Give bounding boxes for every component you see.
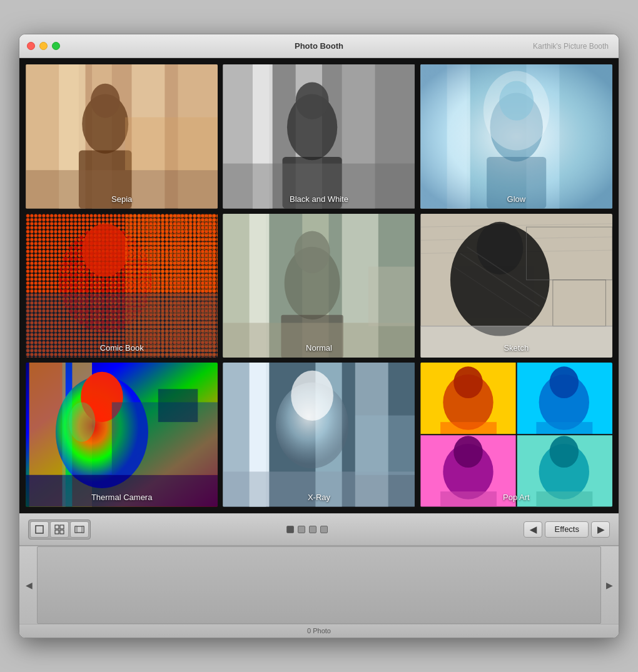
filmstrip-next-button[interactable]: ▶ <box>602 546 616 624</box>
svg-point-7 <box>91 84 120 118</box>
page-dot-3[interactable] <box>309 526 316 533</box>
svg-rect-59 <box>420 326 612 358</box>
toolbar: ◀ Effects ▶ <box>19 513 619 546</box>
titlebar: Photo Booth Karthik's Picture Booth <box>19 34 619 58</box>
svg-rect-98 <box>36 526 43 533</box>
svg-rect-102 <box>60 530 64 534</box>
svg-point-35 <box>82 224 128 277</box>
xray-label: X-Ray <box>223 493 415 502</box>
effect-bw[interactable]: Black and White <box>223 64 415 208</box>
effect-comic[interactable]: Comic Book <box>26 214 218 358</box>
svg-rect-69 <box>63 363 73 506</box>
comic-label: Comic Book <box>26 343 218 353</box>
svg-rect-104 <box>75 526 77 533</box>
svg-rect-66 <box>26 475 218 507</box>
page-dot-2[interactable] <box>298 526 305 533</box>
minimize-button[interactable] <box>39 42 48 50</box>
effect-glow[interactable]: Glow <box>420 64 612 209</box>
svg-rect-87 <box>536 422 592 434</box>
effect-sketch[interactable]: Sketch <box>420 214 612 358</box>
traffic-lights <box>27 42 60 50</box>
svg-point-90 <box>453 436 483 468</box>
svg-point-28 <box>483 71 549 151</box>
sepia-label: Sepia <box>26 194 218 204</box>
effect-popart[interactable]: Pop Art <box>420 363 612 507</box>
svg-rect-83 <box>440 422 497 434</box>
page-dot-4[interactable] <box>320 526 328 533</box>
maximize-button[interactable] <box>52 42 60 50</box>
window-subtitle: Karthik's Picture Booth <box>533 42 609 51</box>
nav-effects-area: ◀ Effects ▶ <box>524 521 610 538</box>
status-text: 0 Photo <box>307 627 331 634</box>
photo-booth-window: Photo Booth Karthik's Picture Booth <box>19 34 619 638</box>
page-dot-1[interactable] <box>286 526 294 533</box>
camera-area: Sepia Black and White <box>19 58 619 513</box>
svg-point-17 <box>296 83 329 119</box>
svg-point-82 <box>453 367 483 399</box>
svg-point-77 <box>291 371 334 421</box>
svg-rect-100 <box>60 525 64 529</box>
svg-point-70 <box>69 403 95 442</box>
prev-effects-button[interactable]: ◀ <box>524 521 542 538</box>
svg-point-44 <box>295 231 330 273</box>
close-button[interactable] <box>27 42 35 50</box>
svg-rect-47 <box>368 266 415 326</box>
svg-rect-99 <box>55 525 59 529</box>
filmstrip-area: ◀ ▶ <box>19 546 619 624</box>
effect-xray[interactable]: X-Ray <box>223 363 415 506</box>
filmstrip-content <box>37 546 601 624</box>
normal-label: Normal <box>223 343 415 353</box>
svg-rect-79 <box>355 416 415 475</box>
next-effects-button[interactable]: ▶ <box>591 521 610 538</box>
film-view-button[interactable] <box>70 521 89 538</box>
svg-point-94 <box>549 436 579 468</box>
view-mode-buttons <box>28 519 91 539</box>
window-title: Photo Booth <box>295 41 343 51</box>
svg-point-86 <box>549 367 579 399</box>
single-view-button[interactable] <box>30 521 49 538</box>
effect-sepia[interactable]: Sepia <box>26 64 218 208</box>
svg-rect-101 <box>55 530 59 534</box>
statusbar: 0 Photo <box>19 624 619 638</box>
glow-label: Glow <box>420 194 612 204</box>
effects-grid: Sepia Black and White <box>26 64 612 507</box>
effect-normal[interactable]: Normal <box>223 214 415 358</box>
svg-point-53 <box>477 221 523 274</box>
sketch-label: Sketch <box>420 343 612 353</box>
svg-rect-105 <box>82 526 84 533</box>
grid-view-button[interactable] <box>50 521 69 538</box>
svg-rect-68 <box>158 389 198 423</box>
thermal-label: Thermal Camera <box>26 493 218 502</box>
bw-label: Black and White <box>223 194 415 204</box>
page-dots <box>97 526 517 533</box>
popart-label: Pop Art <box>420 493 612 502</box>
svg-rect-10 <box>125 118 218 171</box>
effect-thermal[interactable]: Thermal Camera <box>26 363 218 506</box>
filmstrip-prev-button[interactable]: ◀ <box>22 546 36 624</box>
effects-button[interactable]: Effects <box>545 521 589 538</box>
